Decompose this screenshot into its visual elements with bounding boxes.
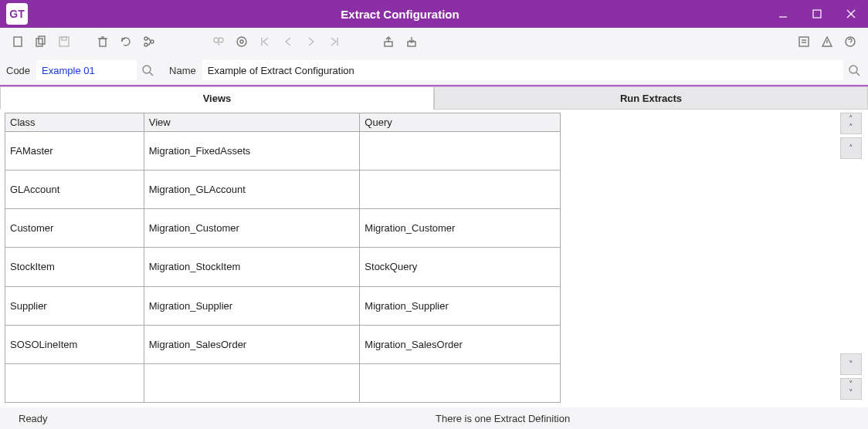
- svg-point-14: [151, 40, 154, 43]
- tab-run-extracts[interactable]: Run Extracts: [434, 86, 868, 110]
- svg-point-15: [214, 38, 219, 42]
- cell-query[interactable]: Migration_Supplier: [360, 286, 561, 325]
- next-icon: [301, 32, 321, 52]
- move-bottom-button[interactable]: ˅˅: [840, 378, 862, 400]
- code-label: Code: [6, 65, 30, 76]
- status-left: Ready: [19, 413, 436, 424]
- name-input[interactable]: [202, 60, 843, 80]
- cell-view[interactable]: Migration_Supplier: [144, 286, 360, 325]
- save-icon: [54, 32, 74, 52]
- cell-query[interactable]: Migration_Customer: [360, 209, 561, 248]
- help-icon[interactable]: [840, 32, 860, 52]
- cell-class[interactable]: SOSOLineItem: [5, 325, 144, 363]
- col-query[interactable]: Query: [360, 113, 561, 132]
- table-row[interactable]: StockItemMigration_StockItemStockQuery: [5, 248, 561, 286]
- cell-query[interactable]: StockQuery: [360, 248, 561, 286]
- cell-class[interactable]: StockItem: [5, 248, 144, 286]
- app-icon: GT: [6, 3, 28, 25]
- tab-views[interactable]: Views: [0, 86, 434, 110]
- find-icon: [209, 32, 229, 52]
- col-view[interactable]: View: [144, 113, 360, 132]
- branch-icon[interactable]: [139, 32, 159, 52]
- cell-view[interactable]: Migration_FixedAssets: [144, 132, 360, 171]
- views-grid[interactable]: Class View Query FAMasterMigration_Fixed…: [5, 113, 561, 403]
- svg-line-36: [856, 73, 860, 76]
- cell-view[interactable]: Migration_Customer: [144, 209, 360, 248]
- maximize-button[interactable]: [800, 0, 834, 28]
- svg-rect-6: [39, 36, 45, 44]
- title-bar: GT Extract Configuration: [0, 0, 868, 28]
- col-class[interactable]: Class: [5, 113, 144, 132]
- svg-point-33: [143, 66, 151, 73]
- move-up-button[interactable]: ˄: [840, 137, 862, 159]
- svg-rect-1: [813, 10, 821, 18]
- new-icon[interactable]: [8, 32, 28, 52]
- content-area: Class View Query FAMasterMigration_Fixed…: [0, 110, 868, 407]
- cell-class[interactable]: FAMaster: [5, 132, 144, 171]
- minimize-button[interactable]: [766, 0, 800, 28]
- svg-line-17: [218, 42, 219, 46]
- tab-strip: Views Run Extracts: [0, 86, 868, 110]
- svg-point-19: [240, 40, 243, 43]
- svg-rect-26: [799, 37, 809, 46]
- svg-point-12: [144, 37, 147, 40]
- cell-view[interactable]: Migration_SalesOrder: [144, 325, 360, 363]
- move-down-button[interactable]: ˅: [840, 353, 862, 375]
- status-center: There is one Extract Definition: [436, 413, 570, 424]
- toolbar: [0, 28, 868, 56]
- reorder-buttons: ˄˄ ˄ ˅ ˅˅: [840, 113, 863, 403]
- cell-class[interactable]: Customer: [5, 209, 144, 248]
- first-icon: [255, 32, 275, 52]
- cell-view[interactable]: Migration_GLAccount: [144, 171, 360, 209]
- target-icon[interactable]: [232, 32, 252, 52]
- code-input[interactable]: [36, 60, 137, 80]
- delete-icon[interactable]: [93, 32, 113, 52]
- move-top-button[interactable]: ˄˄: [840, 113, 862, 134]
- table-row[interactable]: CustomerMigration_CustomerMigration_Cust…: [5, 209, 561, 248]
- svg-line-34: [150, 73, 153, 76]
- form-row: Code Name: [0, 56, 868, 86]
- warning-icon[interactable]: [817, 32, 837, 52]
- import-icon[interactable]: [402, 32, 422, 52]
- cell-view[interactable]: [144, 363, 360, 402]
- refresh-icon[interactable]: [116, 32, 136, 52]
- svg-rect-7: [59, 37, 69, 46]
- last-icon: [324, 32, 344, 52]
- table-row[interactable]: SOSOLineItemMigration_SalesOrderMigratio…: [5, 325, 561, 363]
- cell-query[interactable]: [360, 132, 561, 171]
- status-bar: Ready There is one Extract Definition: [0, 407, 868, 429]
- export-icon[interactable]: [378, 32, 398, 52]
- svg-point-35: [849, 66, 857, 73]
- cell-class[interactable]: Supplier: [5, 286, 144, 325]
- table-row[interactable]: [5, 363, 561, 402]
- name-label: Name: [169, 65, 196, 76]
- grid-blank-area: [561, 113, 837, 403]
- code-lookup-icon[interactable]: [140, 62, 155, 78]
- notes-icon[interactable]: [794, 32, 814, 52]
- cell-query[interactable]: [360, 363, 561, 402]
- svg-rect-8: [62, 37, 66, 40]
- close-button[interactable]: [834, 0, 868, 28]
- prev-icon: [278, 32, 298, 52]
- cell-class[interactable]: GLAccount: [5, 171, 144, 209]
- cell-class[interactable]: [5, 363, 144, 402]
- svg-point-18: [237, 37, 246, 46]
- copy-icon[interactable]: [31, 32, 51, 52]
- cell-query[interactable]: Migration_SalesOrder: [360, 325, 561, 363]
- name-lookup-icon[interactable]: [846, 62, 862, 78]
- svg-point-16: [219, 38, 223, 42]
- svg-point-13: [144, 43, 147, 46]
- table-row[interactable]: SupplierMigration_SupplierMigration_Supp…: [5, 286, 561, 325]
- table-row[interactable]: FAMasterMigration_FixedAssets: [5, 132, 561, 171]
- svg-rect-5: [36, 39, 42, 46]
- cell-view[interactable]: Migration_StockItem: [144, 248, 360, 286]
- svg-rect-4: [14, 37, 22, 46]
- cell-query[interactable]: [360, 171, 561, 209]
- svg-rect-9: [100, 39, 106, 46]
- window-title: Extract Configuration: [34, 8, 766, 21]
- table-row[interactable]: GLAccountMigration_GLAccount: [5, 171, 561, 209]
